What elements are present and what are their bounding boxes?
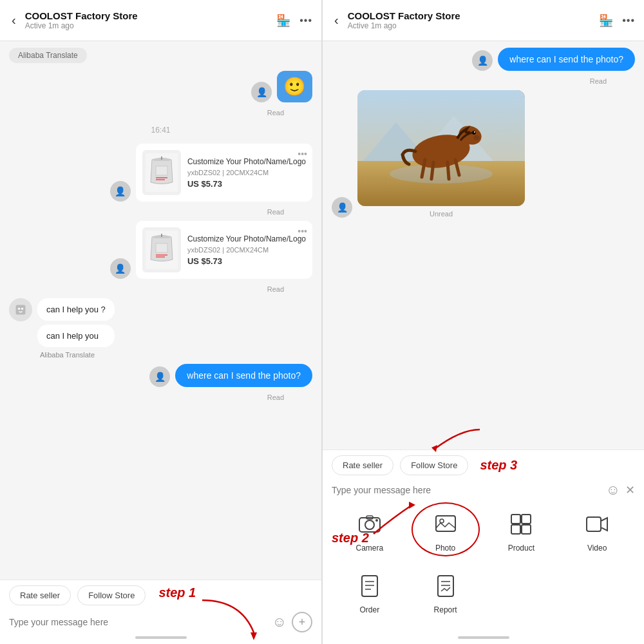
user-avatar-2: 👤 — [110, 181, 131, 202]
horse-image-row: 👤 — [332, 90, 635, 218]
left-header-icons: 🏪 ••• — [276, 14, 312, 28]
right-input-row: ☺ ✕ — [332, 482, 635, 498]
svg-point-26 — [472, 131, 476, 135]
emoji-bubble: 🙂 — [277, 71, 312, 102]
svg-line-22 — [431, 162, 433, 179]
left-emoji-icon[interactable]: ☺ — [272, 614, 287, 630]
photo-icon — [431, 510, 460, 538]
media-item-photo[interactable]: Photo — [408, 498, 484, 560]
rate-seller-button-left[interactable]: Rate seller — [9, 585, 71, 605]
right-message-input[interactable] — [332, 485, 601, 495]
order-label: Order — [360, 605, 380, 614]
alibaba-translate-bot: Alibaba Translate — [40, 351, 115, 359]
user-avatar-4: 👤 — [149, 366, 170, 387]
right-close-icon[interactable]: ✕ — [625, 483, 635, 497]
right-user-bubble: where can I send the photo? — [498, 48, 635, 71]
right-action-row: Rate seller Follow Store step 3 — [332, 455, 635, 475]
right-store-status: Active 1m ago — [348, 21, 593, 30]
follow-store-button-left[interactable]: Follow Store — [77, 585, 146, 605]
right-scrollbar — [458, 636, 509, 639]
left-action-buttons: Rate seller Follow Store step 1 — [9, 585, 312, 605]
svg-rect-37 — [522, 515, 531, 524]
svg-rect-36 — [511, 515, 520, 524]
step2-label: step 2 — [332, 531, 369, 545]
right-bottom-bar: Rate seller Follow Store step 3 ☺ ✕ step… — [323, 450, 644, 644]
left-input-row: ☺ + — [9, 612, 312, 632]
svg-rect-10 — [16, 305, 26, 315]
right-messages-area: where can I send the photo? 👤 Read 👤 — [323, 41, 644, 450]
svg-marker-28 — [431, 445, 437, 452]
right-bot-avatar: 👤 — [332, 197, 352, 218]
product-price-1: US $5.73 — [187, 179, 306, 189]
right-store-name: COOLOST Factory Store — [348, 10, 593, 21]
step3-arrow — [428, 423, 493, 462]
product-icon — [507, 510, 535, 538]
report-label: Report — [434, 605, 457, 614]
emoji-message-row: 🙂 👤 — [9, 71, 312, 102]
step2-arrow — [367, 498, 419, 537]
svg-point-11 — [18, 308, 20, 310]
product-img-1 — [142, 150, 181, 195]
video-icon — [583, 510, 611, 538]
order-icon — [355, 572, 384, 600]
svg-point-27 — [474, 131, 475, 133]
read-label-4: Read — [9, 393, 312, 401]
svg-rect-34 — [436, 516, 455, 531]
svg-line-23 — [448, 162, 449, 179]
product-info-2: Customize Your Photo/Name/Logo yxbDZS02 … — [187, 234, 306, 266]
media-item-report[interactable]: Report — [408, 560, 484, 622]
svg-point-12 — [21, 308, 23, 310]
right-emoji-icon[interactable]: ☺ — [606, 482, 620, 498]
svg-rect-7 — [156, 243, 167, 252]
product-card-row-2: Customize Your Photo/Name/Logo yxbDZS02 … — [9, 221, 312, 279]
svg-rect-39 — [522, 525, 531, 534]
left-messages-area: Alibaba Translate 🙂 👤 Read 16:41 — [0, 41, 321, 580]
media-item-product[interactable]: Product — [484, 498, 560, 560]
svg-rect-40 — [587, 517, 601, 531]
horse-image-container: Unread — [357, 90, 525, 218]
svg-marker-29 — [409, 502, 415, 509]
report-icon — [431, 572, 460, 600]
left-bottom-bar: Rate seller Follow Store step 1 ☺ + — [0, 580, 321, 644]
product-card-row-1: Customize Your Photo/Name/Logo yxbDZS02 … — [9, 144, 312, 202]
right-read-label: Read — [332, 77, 635, 85]
product-more-2[interactable]: ••• — [298, 226, 307, 236]
video-label: Video — [587, 544, 607, 553]
product-name-2: Customize Your Photo/Name/Logo — [187, 234, 306, 245]
right-back-button[interactable]: ‹ — [332, 10, 341, 30]
left-add-icon[interactable]: + — [292, 612, 312, 632]
left-header: ‹ COOLOST Factory Store Active 1m ago 🏪 … — [0, 0, 321, 41]
rate-seller-button-right[interactable]: Rate seller — [332, 455, 393, 475]
left-scrollbar — [135, 636, 187, 639]
bot-bubble-2: can I help you — [37, 325, 115, 347]
read-label-2: Read — [9, 208, 312, 216]
step1-arrow — [189, 594, 267, 644]
bot-bubbles: can I help you ? can I help you Alibaba … — [37, 298, 115, 359]
media-item-order[interactable]: Order — [332, 560, 408, 622]
product-card-2[interactable]: Customize Your Photo/Name/Logo yxbDZS02 … — [136, 221, 312, 279]
photo-label: Photo — [435, 544, 455, 553]
svg-rect-45 — [438, 576, 453, 596]
bot-message-row: can I help you ? can I help you Alibaba … — [9, 298, 312, 359]
empty-media-2 — [559, 560, 635, 622]
right-store-icon[interactable]: 🏪 — [599, 14, 613, 28]
media-item-video[interactable]: Video — [559, 498, 635, 560]
product-info-1: Customize Your Photo/Name/Logo yxbDZS02 … — [187, 156, 306, 189]
media-grid-container: step 2 Camera — [332, 498, 635, 632]
user-message-row: where can I send the photo? 👤 — [9, 364, 312, 387]
left-more-icon[interactable]: ••• — [299, 15, 312, 26]
left-back-button[interactable]: ‹ — [9, 10, 19, 30]
left-store-icon[interactable]: 🏪 — [276, 14, 290, 28]
right-more-icon[interactable]: ••• — [622, 15, 635, 26]
product-label: Product — [508, 544, 535, 553]
translate-badge-left: Alibaba Translate — [9, 48, 87, 63]
left-header-info: COOLOST Factory Store Active 1m ago — [25, 10, 270, 30]
left-store-status: Active 1m ago — [25, 21, 270, 30]
product-price-2: US $5.73 — [187, 256, 306, 266]
product-more-1[interactable]: ••• — [298, 149, 307, 159]
empty-media-1 — [484, 560, 560, 622]
product-img-2 — [142, 227, 181, 272]
user-avatar-3: 👤 — [110, 258, 131, 279]
product-card-1[interactable]: Customize Your Photo/Name/Logo yxbDZS02 … — [136, 144, 312, 202]
svg-marker-13 — [251, 632, 257, 640]
